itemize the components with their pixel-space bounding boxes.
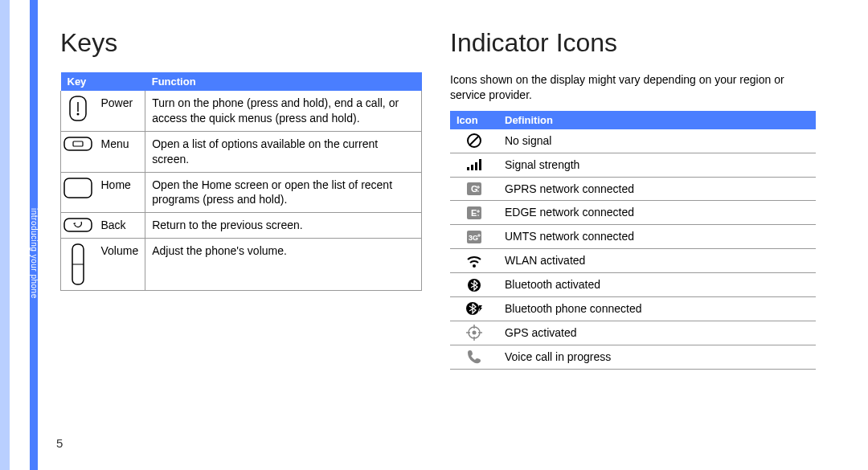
icons-col-definition: Definition (498, 111, 816, 129)
keys-section: Keys Key Function Power Turn on the phon… (60, 28, 422, 291)
home-key-icon (63, 178, 92, 198)
key-name: Home (95, 172, 145, 213)
keys-col-key: Key (61, 72, 145, 91)
table-row: Voice call in progress (450, 345, 816, 369)
svg-rect-6 (64, 219, 92, 231)
gprs-icon: G (452, 182, 497, 196)
key-desc: Open the Home screen or open the list of… (145, 172, 422, 213)
icon-def: No signal (498, 129, 816, 153)
key-desc: Open a list of options available on the … (145, 131, 422, 172)
voice-call-icon (452, 349, 497, 365)
svg-point-21 (473, 264, 476, 268)
bluetooth-connected-icon (452, 301, 497, 316)
edge-icon: E (452, 206, 497, 220)
icon-def: EDGE network connected (498, 201, 816, 225)
table-row: Bluetooth phone connected (450, 297, 816, 321)
icon-def: WLAN activated (498, 249, 816, 273)
svg-point-25 (473, 331, 477, 335)
table-row: Power Turn on the phone (press and hold)… (61, 91, 422, 131)
keys-col-function: Function (145, 72, 422, 91)
icons-table: Icon Definition No signal Signal (450, 111, 816, 370)
umts-icon: 3G (452, 230, 497, 244)
svg-rect-13 (475, 162, 477, 170)
page-number: 5 (56, 436, 63, 450)
icon-def: Signal strength (498, 153, 816, 177)
no-signal-icon (452, 133, 497, 149)
bluetooth-icon (452, 278, 497, 292)
table-row: Signal strength (450, 153, 816, 177)
key-desc: Return to the previous screen. (145, 213, 422, 239)
svg-rect-3 (64, 137, 92, 150)
icon-def: Bluetooth phone connected (498, 297, 816, 321)
table-row: GPS activated (450, 321, 816, 345)
signal-strength-icon (452, 158, 497, 171)
table-row: Back Return to the previous screen. (61, 213, 422, 239)
key-name: Back (95, 213, 145, 239)
svg-rect-4 (73, 141, 83, 146)
svg-rect-14 (479, 159, 481, 170)
key-name: Power (95, 91, 145, 131)
keys-heading: Keys (60, 28, 422, 58)
gps-icon (452, 325, 497, 341)
key-desc: Adjust the phone's volume. (145, 239, 422, 291)
sidebar-gap (10, 0, 30, 470)
volume-key-icon (72, 243, 84, 285)
svg-text:G: G (471, 184, 478, 194)
back-key-icon (63, 218, 92, 232)
icon-def: GPRS network connected (498, 177, 816, 201)
icons-col-icon: Icon (450, 111, 498, 129)
indicator-icons-section: Indicator Icons Icons shown on the displ… (450, 28, 816, 370)
menu-key-icon (63, 137, 92, 151)
key-desc: Turn on the phone (press and hold), end … (145, 91, 422, 131)
svg-rect-11 (467, 167, 469, 170)
table-row: E EDGE network connected (450, 201, 816, 225)
table-row: Bluetooth activated (450, 273, 816, 297)
table-row: No signal (450, 129, 816, 153)
indicator-heading: Indicator Icons (450, 28, 816, 58)
svg-point-2 (76, 113, 79, 116)
svg-text:3G: 3G (469, 234, 478, 242)
key-name: Volume (95, 239, 145, 291)
key-name: Menu (95, 131, 145, 172)
table-row: G GPRS network connected (450, 177, 816, 201)
table-row: Volume Adjust the phone's volume. (61, 239, 422, 291)
sidebar-accent-light (0, 0, 10, 470)
keys-table: Key Function Power Turn on the phone (pr… (60, 72, 422, 291)
icon-def: GPS activated (498, 321, 816, 345)
table-row: 3G UMTS network connected (450, 225, 816, 249)
svg-rect-5 (64, 178, 92, 198)
icon-def: UMTS network connected (498, 225, 816, 249)
svg-line-10 (469, 136, 479, 145)
svg-rect-12 (471, 165, 473, 170)
table-row: Home Open the Home screen or open the li… (61, 172, 422, 213)
sidebar-section-label: introducing your phone (30, 201, 38, 305)
table-row: WLAN activated (450, 249, 816, 273)
power-key-icon (69, 96, 87, 121)
icon-def: Voice call in progress (498, 345, 816, 369)
icon-def: Bluetooth activated (498, 273, 816, 297)
svg-text:E: E (471, 208, 477, 218)
indicator-intro: Icons shown on the display might vary de… (450, 72, 816, 103)
wlan-icon (452, 254, 497, 268)
table-row: Menu Open a list of options available on… (61, 131, 422, 172)
